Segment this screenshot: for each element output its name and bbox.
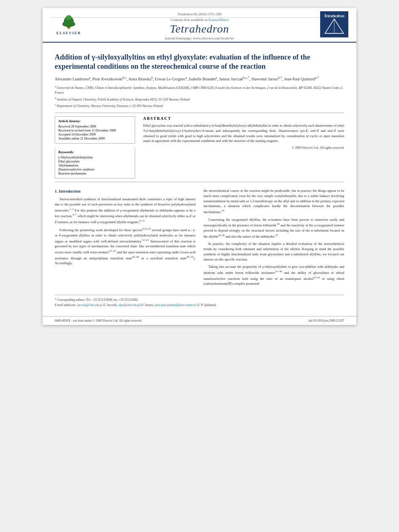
journal-header: Tetrahedron 66 (2010) 1570–1580 ELSEVIER… [43, 8, 356, 43]
sciencedirect-link[interactable]: ScienceDirect [208, 18, 228, 22]
journal-homepage: journal homepage: www.elsevier.com/locat… [87, 36, 312, 40]
tetrahedron-logo-text: Tetrahedron [323, 12, 346, 37]
keyword-1: γ-Silyloxyallyltributylstins [58, 156, 132, 159]
journal-title: Tetrahedron [87, 23, 312, 35]
email-jarosz[interactable]: sljar@icho.edu.pl [118, 303, 140, 307]
abstract-heading: ABSTRACT [143, 116, 344, 121]
keyword-2: Ethyl glyoxylate [58, 160, 132, 163]
contents-line: Contents lists available at ScienceDirec… [87, 18, 312, 22]
tetrahedron-logo-box: Tetrahedron [320, 11, 348, 37]
article-title: Addition of γ-silyloxyallyltins on ethyl… [55, 53, 344, 72]
article-info-col: Article history: Received 28 September 2… [55, 116, 135, 179]
accepted-row: Accepted 14 December 2009 [58, 133, 132, 136]
article-history-box: Article history: Received 28 September 2… [55, 116, 135, 144]
body-right-para-3: In practice, the complexity of the situa… [204, 241, 344, 262]
main-content: Addition of γ-silyloxyallyltins on ethyl… [43, 43, 356, 316]
copyright-text: © 2009 Elsevier Ltd. All rights reserved… [143, 146, 344, 150]
email-quintard[interactable]: jean-paul.quintard@univ-nantes.fr [155, 303, 197, 307]
keywords-box: Keywords: γ-Silyloxyallyltributylstins E… [55, 148, 135, 179]
body-right-para-4: Taking into account the propensity of γ-… [204, 264, 344, 286]
footnote-area: * Corresponding authors. Tel.: +33 25112… [55, 295, 344, 308]
bottom-issn: 0040-4020/$ – see front matter © 2009 El… [55, 319, 142, 322]
intro-title: 1. Introduction [55, 188, 195, 194]
footnote-email: E-mail addresses: jurczak@icho.edu.pl (J… [55, 303, 344, 307]
doi-top-bar: Tetrahedron 66 (2010) 1570–1580 [51, 11, 348, 18]
divider-2 [55, 182, 344, 182]
email-jurczak[interactable]: jurczak@icho.edu.pl [77, 303, 102, 307]
body-right-para-2: Concerning the oxygenated allyltins, the… [204, 217, 344, 239]
keyword-5: Reaction mechanisms [58, 172, 132, 175]
intro-para-1: Stereocontrolled synthesis of functional… [55, 197, 195, 224]
body-section: 1. Introduction Stereocontrolled synthes… [55, 188, 344, 289]
svg-point-4 [66, 15, 72, 20]
body-right-para-1: the stereochemical course of the reactio… [204, 188, 344, 215]
bottom-bar: 0040-4020/$ – see front matter © 2009 El… [43, 316, 356, 325]
elsevier-tree-icon [59, 14, 79, 30]
available-row: Available online 21 December 2009 [58, 137, 132, 140]
svg-point-2 [62, 22, 68, 26]
intro-para-2: Following the pioneering work developed … [55, 227, 195, 266]
divider-1 [55, 113, 344, 113]
received-row: Received 28 September 2009 [58, 125, 132, 128]
body-col-left: 1. Introduction Stereocontrolled synthes… [55, 188, 195, 289]
bottom-doi: doi:10.1016/j.tet.2009.12.037 [309, 319, 344, 322]
abstract-text: Ethyl glyoxylate was reacted with α-subs… [143, 123, 344, 144]
elsevier-logo-area: ELSEVIER [51, 11, 87, 37]
info-abstract-section: Article history: Received 28 September 2… [55, 116, 344, 179]
affiliations: a Université de Nantes, CNRS, Chimie et … [55, 84, 344, 109]
authors-line: Alexandre Lumbrosoa, Piotr Kwiatkowskib,… [55, 76, 344, 82]
keyword-3: Allylstannation [58, 164, 132, 167]
revised-row: Received in revised form 11 December 200… [58, 129, 132, 132]
abstract-col: ABSTRACT Ethyl glyoxylate was reacted wi… [143, 116, 344, 179]
footnote-corresponding: * Corresponding authors. Tel.: +33 25112… [55, 298, 344, 302]
svg-point-3 [70, 22, 75, 26]
elsevier-brand-text: ELSEVIER [56, 31, 81, 35]
keywords-title: Keywords: [58, 150, 132, 154]
article-history-title: Article history: [58, 119, 132, 123]
keyword-4: Diastereoselective synthesis [58, 168, 132, 171]
page: Tetrahedron 66 (2010) 1570–1580 ELSEVIER… [43, 8, 356, 325]
doi-top-text: Tetrahedron 66 (2010) 1570–1580 [177, 12, 222, 16]
body-col-right: the stereochemical course of the reactio… [204, 188, 344, 289]
